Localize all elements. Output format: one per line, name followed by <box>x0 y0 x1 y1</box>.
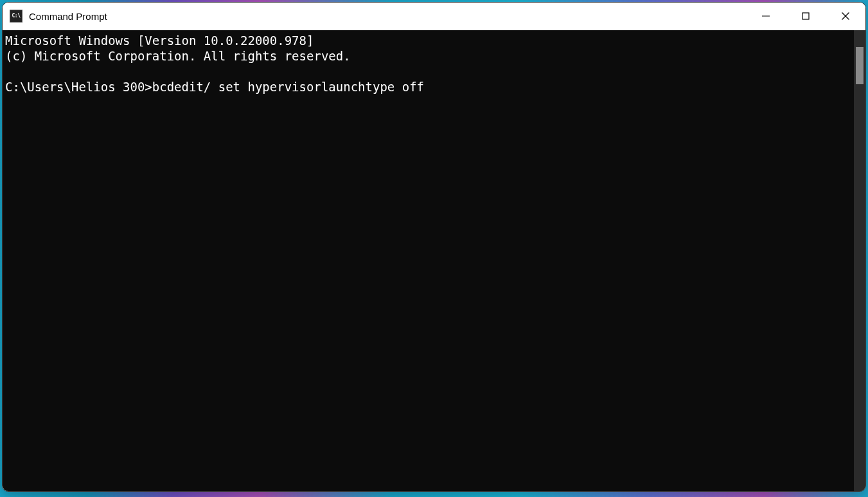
terminal-prompt: C:\Users\Helios 300> <box>5 80 152 94</box>
scrollbar-track[interactable] <box>854 30 865 491</box>
desktop-background: C:\ Command Prompt <box>0 0 868 497</box>
terminal-line: (c) Microsoft Corporation. All rights re… <box>5 49 351 63</box>
close-button[interactable] <box>826 3 865 30</box>
client-area: Microsoft Windows [Version 10.0.22000.97… <box>3 30 865 491</box>
window-controls <box>746 3 865 30</box>
terminal-output[interactable]: Microsoft Windows [Version 10.0.22000.97… <box>3 30 854 491</box>
cmd-icon: C:\ <box>10 10 22 23</box>
minimize-icon <box>761 12 770 21</box>
svg-rect-1 <box>802 13 809 19</box>
scrollbar-thumb[interactable] <box>856 47 864 84</box>
cmd-icon-text: C:\ <box>12 14 21 19</box>
maximize-button[interactable] <box>786 3 826 30</box>
terminal-line: Microsoft Windows [Version 10.0.22000.97… <box>5 33 314 48</box>
terminal-command[interactable]: bcdedit/ set hypervisorlaunchtype off <box>152 80 424 94</box>
close-icon <box>841 12 850 21</box>
minimize-button[interactable] <box>746 3 786 30</box>
window-title: Command Prompt <box>29 11 107 22</box>
command-prompt-window: C:\ Command Prompt <box>2 2 866 492</box>
titlebar[interactable]: C:\ Command Prompt <box>3 3 865 30</box>
maximize-icon <box>801 12 810 21</box>
